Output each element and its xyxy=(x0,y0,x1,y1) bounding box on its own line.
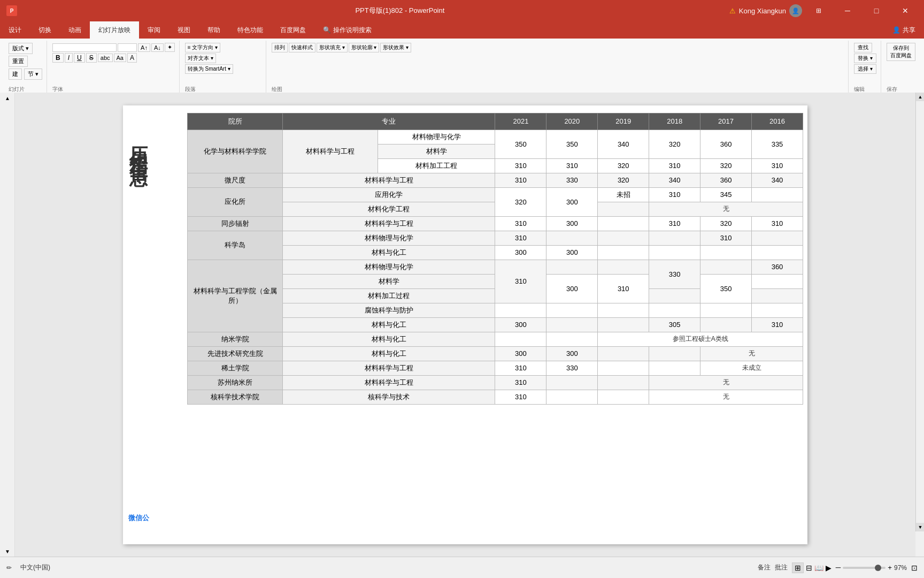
scroll-up-arrow[interactable]: ▲ xyxy=(0,93,15,103)
arrange-button[interactable]: 排列 xyxy=(272,43,288,52)
val-2016: 335 xyxy=(752,130,803,158)
font-color-button[interactable]: A xyxy=(127,53,137,63)
header-dept: 院所 xyxy=(188,113,283,130)
val-2020: 310 xyxy=(546,158,598,173)
statusbar-left: ✏ 中文(中国) xyxy=(6,563,50,572)
find-button[interactable]: 查找 xyxy=(854,43,872,52)
text-direction-button[interactable]: ≡ 文字方向 ▾ xyxy=(185,43,220,52)
save-baidu-button[interactable]: 保存到百度网盘 xyxy=(887,43,915,61)
font-group-label: 字体 xyxy=(52,86,63,93)
tab-help[interactable]: 帮助 xyxy=(199,21,229,39)
val-2016: 340 xyxy=(752,173,803,187)
main-area: 历年招生信息 微信公 院所 xyxy=(15,93,915,557)
convert-smartart-button[interactable]: 转换为 SmartArt ▾ xyxy=(185,64,233,74)
major-cell: 材料科学与工程 xyxy=(283,173,495,187)
italic-button[interactable]: I xyxy=(65,53,73,63)
fit-to-window-button[interactable]: ⊡ xyxy=(911,564,918,572)
shape-fill-button[interactable]: 形状填充 ▾ xyxy=(317,43,348,52)
shape-effect-button[interactable]: 形状效果 ▾ xyxy=(380,43,411,52)
major-cell: 材料与化工 xyxy=(283,332,495,346)
clear-format-button[interactable]: ✦ xyxy=(165,43,175,52)
section-button[interactable]: 节 ▾ xyxy=(24,69,42,80)
val-2021: 300 xyxy=(495,317,546,332)
val-2020: 330 xyxy=(546,361,598,375)
font-name-input[interactable] xyxy=(52,43,117,52)
zoom-out-button[interactable]: ─ xyxy=(836,564,841,572)
strikethrough-button[interactable]: S xyxy=(86,53,97,63)
header-major: 专业 xyxy=(283,113,495,130)
val-2020 xyxy=(546,260,598,274)
comments-button[interactable]: 批注 xyxy=(775,563,788,572)
dept-cell: 苏州纳米所 xyxy=(188,375,283,390)
sub-cell: 材料物理与化学 xyxy=(283,260,495,274)
val-2016 xyxy=(752,274,803,288)
sub-cell: 材料加工工程 xyxy=(378,158,495,173)
increase-font-button[interactable]: A↑ xyxy=(138,43,150,52)
layout-button[interactable]: 版式 ▾ xyxy=(9,43,33,54)
major-cell: 核科学与技术 xyxy=(283,390,495,404)
decrease-font-button[interactable]: A↓ xyxy=(151,43,164,52)
tab-view[interactable]: 视图 xyxy=(169,21,199,39)
scroll-up-button[interactable]: ▲ xyxy=(916,93,924,101)
val-2021: 350 xyxy=(495,130,546,158)
tab-special[interactable]: 特色功能 xyxy=(229,21,272,39)
underline-button[interactable]: U xyxy=(74,53,85,63)
minimize-button[interactable]: ─ xyxy=(835,0,860,21)
zoom-slider[interactable] xyxy=(843,567,886,569)
char-space-button[interactable]: abc xyxy=(98,54,113,62)
slide-canvas[interactable]: 历年招生信息 微信公 院所 xyxy=(123,105,807,544)
select-button[interactable]: 选择 ▾ xyxy=(854,64,876,74)
sub-cell: 材料与化工 xyxy=(283,245,495,260)
val-2016: 310 xyxy=(752,216,803,231)
val-2018 xyxy=(649,231,700,245)
tab-slideshow[interactable]: 幻灯片放映 xyxy=(90,21,139,39)
bold-button[interactable]: B xyxy=(52,53,64,63)
val-2021 xyxy=(495,303,546,317)
scroll-down-button[interactable]: ▼ xyxy=(916,523,924,531)
header-2021: 2021 xyxy=(495,113,546,130)
reset-button[interactable]: 重置 xyxy=(9,56,28,67)
sub-cell: 材料化学工程 xyxy=(283,202,495,216)
dept-cell: 纳米学院 xyxy=(188,332,283,346)
font-case-button[interactable]: Aa xyxy=(114,54,126,62)
close-button[interactable]: ✕ xyxy=(893,0,918,21)
restore-button[interactable]: □ xyxy=(864,0,889,21)
val-2020: 300 xyxy=(546,245,598,260)
val-2020 xyxy=(546,375,598,390)
titlebar-left: P xyxy=(6,5,71,16)
align-text-button[interactable]: 对齐文本 ▾ xyxy=(185,54,216,63)
font-size-input[interactable] xyxy=(118,43,137,52)
right-scrollbar[interactable]: ▲ ▼ xyxy=(915,93,924,531)
tab-animation[interactable]: 动画 xyxy=(60,21,90,39)
new-slide-button[interactable]: 建 xyxy=(9,69,22,80)
table-row: 同步辐射 材料科学与工程 310 300 310 320 310 xyxy=(188,216,803,231)
quick-style-button[interactable]: 快速样式 xyxy=(289,43,315,52)
sub-cell: 材料学 xyxy=(378,144,495,158)
save-group-label: 保存 xyxy=(887,86,897,93)
val-2021: 310 xyxy=(495,173,546,187)
zoom-in-button[interactable]: + xyxy=(888,564,892,572)
tab-search[interactable]: 🔍操作说明搜索 xyxy=(314,21,380,39)
val-2020: 300 xyxy=(546,346,598,361)
shape-outline-button[interactable]: 形状轮廓 ▾ xyxy=(349,43,380,52)
slideshow-button[interactable]: ▶ xyxy=(826,564,831,572)
notes-button[interactable]: 备注 xyxy=(758,563,771,572)
tab-design[interactable]: 设计 xyxy=(0,21,30,39)
val-2016: 310 xyxy=(752,158,803,173)
paragraph-group-label: 段落 xyxy=(185,86,196,93)
val-2019 xyxy=(598,216,649,231)
tab-transition[interactable]: 切换 xyxy=(30,21,60,39)
tab-share[interactable]: 👤共享 xyxy=(884,21,924,39)
reading-view-button[interactable]: 📖 xyxy=(814,564,823,572)
tab-baidu[interactable]: 百度网盘 xyxy=(272,21,314,39)
normal-view-button[interactable]: ⊞ xyxy=(792,562,804,573)
titlebar-controls: ⚠ Kong Xiangkun 👤 ⊞ ─ □ ✕ xyxy=(729,0,918,21)
replace-button[interactable]: 替换 ▾ xyxy=(854,54,876,63)
val-2018 xyxy=(649,346,700,361)
major-cell: 材料科学与工程 xyxy=(283,361,495,375)
tab-review[interactable]: 审阅 xyxy=(139,21,169,39)
view-switch-button[interactable]: ⊞ xyxy=(806,0,831,21)
slide-sorter-button[interactable]: ⊟ xyxy=(806,564,812,572)
language-label: 中文(中国) xyxy=(20,563,50,572)
scroll-down-arrow[interactable]: ▼ xyxy=(0,546,15,557)
